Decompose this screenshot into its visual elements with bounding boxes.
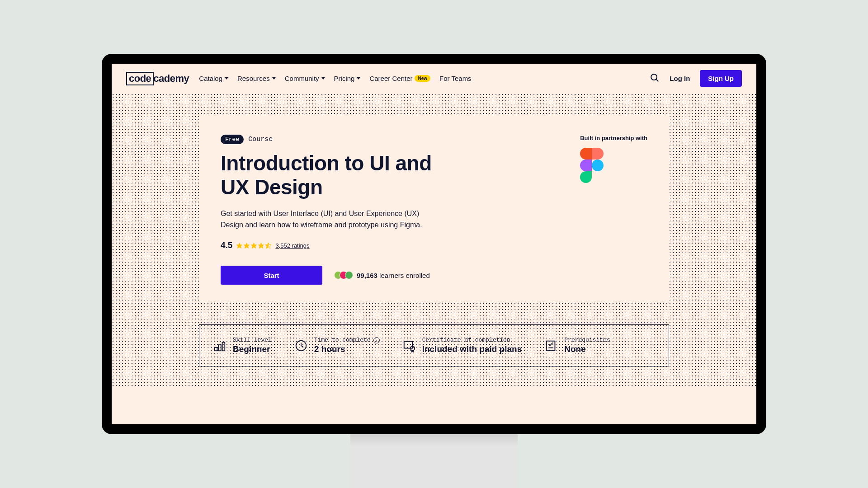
- info-skill-level: Skill level Beginner: [213, 337, 272, 354]
- bar-chart-icon: [213, 339, 226, 352]
- info-certificate: Certificate of completion Included with …: [402, 337, 522, 354]
- chevron-down-icon: [272, 77, 276, 80]
- nav-label: Pricing: [334, 75, 355, 82]
- learner-avatars: [334, 271, 353, 279]
- info-value: 2 hours: [314, 344, 380, 354]
- learners-text: 99,163 learners enrolled: [357, 272, 430, 279]
- certificate-icon: [402, 339, 416, 352]
- star-icon: [258, 242, 264, 249]
- clock-icon: [294, 339, 308, 352]
- learners-enrolled: 99,163 learners enrolled: [334, 271, 430, 279]
- svg-marker-3: [244, 243, 250, 249]
- nav-label: Career Center: [369, 75, 412, 82]
- monitor-stand: [350, 434, 518, 488]
- nav-label: Catalog: [199, 75, 222, 82]
- nav-resources[interactable]: Resources: [237, 75, 276, 82]
- info-value: Included with paid plans: [422, 344, 522, 354]
- logo-part2: cademy: [153, 73, 189, 84]
- star-icon: [250, 242, 257, 249]
- info-icon[interactable]: i: [373, 337, 380, 343]
- star-icon: [243, 242, 250, 249]
- search-icon[interactable]: [650, 73, 660, 84]
- learners-count: 99,163: [357, 272, 377, 279]
- partner-label: Built in partnership with: [580, 135, 647, 141]
- nav-for-teams[interactable]: For Teams: [439, 75, 472, 82]
- chevron-down-icon: [321, 77, 325, 80]
- chevron-down-icon: [357, 77, 360, 80]
- svg-marker-5: [259, 243, 264, 249]
- info-prerequisites: Prerequisites None: [544, 337, 610, 354]
- hero-card: Free Course Introduction to UI and UX De…: [199, 116, 669, 303]
- nav-label: Community: [285, 75, 319, 82]
- screen: codecademy Catalog Resources Community P…: [112, 64, 756, 424]
- star-rating: [236, 242, 272, 249]
- checklist-icon: [544, 339, 558, 352]
- nav-catalog[interactable]: Catalog: [199, 75, 228, 82]
- monitor-frame: codecademy Catalog Resources Community P…: [102, 54, 766, 434]
- star-icon: [236, 242, 243, 249]
- svg-marker-7: [266, 243, 269, 249]
- figma-logo-icon: [580, 148, 604, 183]
- info-value: None: [564, 344, 610, 354]
- nav-label: Resources: [237, 75, 270, 82]
- nav-label: For Teams: [439, 75, 472, 82]
- rating-value: 4.5: [221, 240, 232, 250]
- logo-part1: code: [126, 72, 154, 85]
- svg-rect-9: [218, 345, 221, 351]
- navbar: codecademy Catalog Resources Community P…: [112, 64, 756, 93]
- nav-career-center[interactable]: Career Center New: [369, 75, 430, 82]
- svg-line-1: [656, 79, 659, 81]
- svg-rect-10: [222, 342, 225, 351]
- info-label: Prerequisites: [564, 337, 610, 343]
- svg-marker-2: [237, 243, 243, 249]
- info-bar: Skill level Beginner Time to complete i …: [199, 324, 669, 366]
- login-link[interactable]: Log In: [670, 75, 690, 82]
- info-label: Skill level: [233, 337, 272, 343]
- nav-community[interactable]: Community: [285, 75, 325, 82]
- partnership: Built in partnership with: [580, 135, 647, 285]
- svg-rect-12: [404, 342, 412, 348]
- info-value: Beginner: [233, 344, 272, 354]
- star-half-icon: [265, 242, 272, 249]
- info-label: Certificate of completion: [422, 337, 522, 343]
- svg-point-0: [651, 74, 657, 80]
- nav-right: Log In Sign Up: [650, 70, 742, 87]
- logo[interactable]: codecademy: [126, 72, 189, 85]
- svg-rect-14: [547, 341, 555, 351]
- free-badge: Free: [221, 135, 244, 144]
- course-type: Free Course: [221, 135, 433, 144]
- course-title: Introduction to UI and UX Design: [221, 151, 433, 199]
- nav-items: Catalog Resources Community Pricing Care…: [199, 75, 471, 82]
- svg-marker-4: [251, 243, 257, 249]
- cta-row: Start 99,163 learners enrolled: [221, 266, 433, 285]
- avatar: [345, 271, 353, 279]
- signup-button[interactable]: Sign Up: [700, 70, 742, 87]
- course-type-label: Course: [248, 136, 273, 143]
- course-description: Get started with User Interface (UI) and…: [221, 208, 433, 231]
- svg-rect-8: [215, 347, 217, 351]
- new-badge: New: [415, 75, 430, 82]
- start-button[interactable]: Start: [221, 266, 322, 285]
- chevron-down-icon: [225, 77, 228, 80]
- nav-pricing[interactable]: Pricing: [334, 75, 361, 82]
- hero-section: Free Course Introduction to UI and UX De…: [112, 93, 756, 388]
- ratings-link[interactable]: 3,552 ratings: [275, 242, 309, 249]
- learners-suffix: learners enrolled: [377, 272, 430, 279]
- rating-row: 4.5 3,552 ratings: [221, 240, 433, 250]
- info-time: Time to complete i 2 hours: [294, 337, 380, 354]
- info-label: Time to complete i: [314, 337, 380, 343]
